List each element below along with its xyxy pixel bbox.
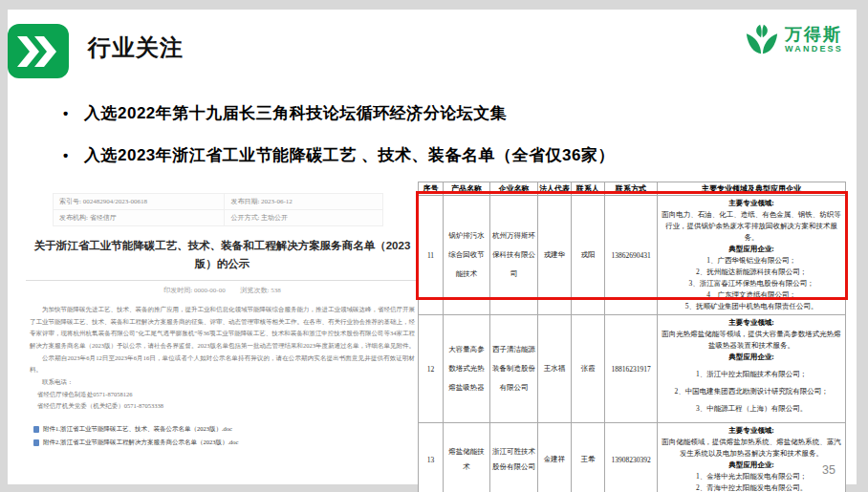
cell-contact: 王希 (572, 423, 605, 492)
cell-seq: 11 (419, 196, 444, 315)
table-row: 11 锅炉排污水综合回收节能技术 杭州万得斯环保科技有限公司 戎建华 戎阳 13… (419, 196, 846, 315)
page-number: 35 (822, 463, 835, 477)
domain-label: 主要专业领域: (660, 425, 843, 437)
cell-domain-detail: 主要专业领域: 面向储能领域，提供熔盐加热系统、熔盐储热系统、蒸汽发生系统以及电… (658, 423, 846, 492)
vendor-table-panel: 序号 产品名称 企业名称 法人代表 联系人 联系方式 主要专业领域及典型应用企业… (418, 182, 847, 492)
domain-label: 主要专业领域: (660, 317, 843, 329)
bullet-marker: • (63, 147, 84, 163)
bullet-marker: • (63, 105, 84, 121)
doc-paragraph: 公示期自2023年6月12日至2023年6月16日，单位或者个人如对公示名单持有… (30, 353, 415, 376)
brand-name-en: WANDESS (785, 45, 843, 54)
col-seq: 序号 (419, 182, 444, 196)
app-item: 5、抚顺矿业集团中机热电有限责任公司。 (660, 301, 843, 312)
apps-label: 典型应用企业: (660, 244, 843, 255)
cell-contact: 张霞 (572, 315, 605, 423)
domain-label: 主要专业领域: (660, 198, 843, 209)
doc-paragraph: 为加快节能降碳先进工艺、技术、装备的推广应用，提升工业和信息化领域节能降碳综合服… (30, 304, 415, 353)
cell-legal: 王水福 (538, 315, 572, 423)
attachment-item: 附件1.浙江省工业节能降碳工艺、技术、装备公示名单（2023版）.doc (33, 425, 415, 434)
doc-info-table: 索引号: 002482904/2023-00618 发布日期: 2023-06-… (53, 193, 383, 226)
bullet-text: 入选2023年浙江省工业节能降碳工艺 、技术、装备名单（全省仅36家） (84, 144, 615, 166)
cell-seq: 12 (419, 315, 444, 423)
apps-label: 典型应用企业: (660, 352, 843, 363)
doc-contact-phone: 省经信厅绿色制造处0571-87058126 (30, 389, 415, 401)
doc-contact-phone: 省经信厅机关党委（机关纪委）0571-87053338 (30, 400, 415, 413)
plant-leaf-icon (744, 22, 780, 58)
col-product: 产品名称 (444, 182, 490, 196)
cell-seq: 13 (419, 423, 444, 492)
double-chevron-icon (8, 24, 69, 78)
col-company: 企业名称 (490, 182, 538, 196)
bullet-item: • 入选2023年浙江省工业节能降碳工艺 、技术、装备名单（全省仅36家） (63, 144, 770, 166)
doc-title: 关于浙江省工业节能降碳工艺、技术、装备和工程解决方案服务商名单（2023版）的公… (33, 237, 411, 273)
bullet-item: • 入选2022年第十九届长三角科技论坛循环经济分论坛文集 (63, 102, 770, 124)
cell-phone: 13908230392 (605, 423, 658, 492)
table-row: 13 熔盐储能技术 浙江可胜技术股份有限公司 金建祥 王希 1390823039… (419, 423, 846, 492)
doc-attachments: 附件1.浙江省工业节能降碳工艺、技术、装备公示名单（2023版）.doc 附件2… (33, 425, 415, 447)
table-row: 12 大容量高参数塔式光热熔盐吸热器 西子清洁能源装备制造股份有限公司 王水福 … (419, 315, 846, 423)
cell-contact: 戎阳 (572, 196, 605, 315)
doc-divider (26, 280, 419, 281)
cell-company: 浙江可胜技术股份有限公司 (490, 423, 538, 492)
apps-label: 典型应用企业: (660, 460, 843, 471)
cell-product: 熔盐储能技术 (444, 423, 490, 492)
domain-text: 面向光热熔盐储能等领域，提供大容量高参数塔式光热熔盐吸热器装置和技术服务。 (660, 329, 843, 352)
doc-body: 为加快节能降碳先进工艺、技术、装备的推广应用，提升工业和信息化领域节能降碳综合服… (30, 304, 415, 413)
col-phone: 联系方式 (605, 182, 658, 196)
brand-wordmark: 万得斯 WANDESS (785, 26, 843, 54)
doc-print-time: 印发时间: 0000-00-00 (163, 287, 225, 294)
cell-phone: 18816231917 (605, 315, 658, 423)
vendor-table: 序号 产品名称 企业名称 法人代表 联系人 联系方式 主要专业领域及典型应用企业… (418, 182, 846, 492)
app-item: 1、浙江中控太阳能技术有限公司； (660, 369, 843, 380)
bullet-text: 入选2022年第十九届长三角科技论坛循环经济分论坛文集 (84, 102, 507, 124)
cell-domain-detail: 主要专业领域: 面向光热熔盐储能等领域，提供大容量高参数塔式光热熔盐吸热器装置和… (658, 315, 846, 423)
app-item: 3、中能源工程（上海）有限公司。 (660, 403, 843, 415)
attachment-file-icon (33, 439, 39, 446)
doc-info-mode: 公开方式: 主动公开 (225, 210, 383, 226)
doc-info-date: 发布日期: 2023-06-12 (225, 194, 383, 210)
cell-company: 杭州万得斯环保科技有限公司 (490, 196, 538, 315)
col-legal: 法人代表 (538, 182, 572, 196)
app-item: 3、浙江富春江环保热电股份有限公司； (660, 278, 843, 289)
cell-legal: 金建祥 (538, 423, 572, 492)
doc-info-agency: 发布机构: 省经信厅 (54, 210, 225, 226)
cell-phone: 13862690431 (605, 196, 658, 315)
cell-legal: 戎建华 (538, 196, 572, 315)
cell-product: 大容量高参数塔式光热熔盐吸热器 (444, 315, 490, 423)
app-item: 1、广西华银铝业有限公司； (660, 255, 843, 267)
attachment-file-icon (33, 426, 39, 433)
gov-doc-panel: 索引号: 002482904/2023-00618 发布日期: 2023-06-… (24, 187, 421, 432)
attachment-item: 附件2.浙江省工业节能降碳工程解决方案服务商公示名单（2023版）.doc (33, 439, 415, 447)
doc-contact-label: 联系电话： (30, 376, 415, 389)
doc-meta: 印发时间: 0000-00-00 浏览次数: 538 (24, 286, 421, 295)
brand-name-cn: 万得斯 (785, 26, 843, 45)
page-title: 行业关注 (88, 32, 184, 63)
app-item: 1、金塔中光太阳能发电有限公司； (660, 471, 843, 482)
domain-text: 面向储能领域，提供熔盐加热系统、熔盐储热系统、蒸汽发生系统以及电加热器解决方案和… (660, 437, 843, 460)
app-item: 2、抚州能达新能源科技有限公司； (660, 267, 843, 278)
bullet-list: • 入选2022年第十九届长三角科技论坛循环经济分论坛文集 • 入选2023年浙… (63, 102, 770, 186)
cell-company: 西子清洁能源装备制造股份有限公司 (490, 315, 538, 423)
col-domain: 主要专业领域及典型应用企业 (658, 182, 846, 196)
brand-logo: 万得斯 WANDESS (744, 22, 843, 58)
chevrons-glyph (16, 36, 60, 67)
doc-info-index: 索引号: 002482904/2023-00618 (54, 194, 225, 210)
cell-domain-detail: 主要专业领域: 面向电力、石油、化工、造纸、有色金属、钢铁、纺织等行业，提供锅炉… (658, 196, 846, 315)
cell-product: 锅炉排污水综合回收节能技术 (444, 196, 490, 315)
attachment-label: 附件2.浙江省工业节能降碳工程解决方案服务商公示名单（2023版）.doc (43, 439, 238, 447)
table-header-row: 序号 产品名称 企业名称 法人代表 联系人 联系方式 主要专业领域及典型应用企业 (419, 182, 846, 196)
app-item: 2、青海中控太阳能发电有限公司。 (660, 482, 843, 492)
app-item: 2、中国电建集团西北勘测设计研究院有限公司； (660, 386, 843, 397)
attachment-label: 附件1.浙江省工业节能降碳工艺、技术、装备公示名单（2023版）.doc (43, 425, 232, 434)
doc-view-count: 浏览次数: 538 (240, 287, 280, 294)
col-contact: 联系人 (572, 182, 605, 196)
slide: 行业关注 万得斯 WANDESS • 入选2022年第十九届长三角科技论坛循环经… (8, 10, 857, 484)
app-item: 4、广东理文造纸有限公司； (660, 289, 843, 301)
domain-text: 面向电力、石油、化工、造纸、有色金属、钢铁、纺织等行业，提供锅炉余热废水零排放回… (660, 209, 843, 244)
